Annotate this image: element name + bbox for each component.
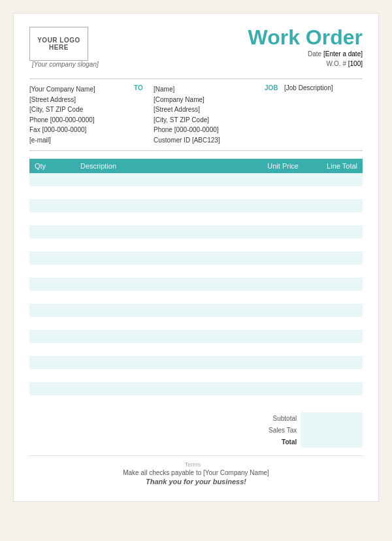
totals-table: Subtotal Sales Tax Total	[232, 412, 363, 448]
subtotal-label: Subtotal	[232, 412, 301, 424]
from-street: [Street Address]	[29, 95, 134, 105]
cell-row16-col0	[29, 382, 75, 395]
company-slogan: [Your company slogan]	[32, 61, 99, 68]
from-column: [Your Company Name] [Street Address] [Ci…	[29, 84, 134, 145]
table-row	[29, 369, 363, 382]
cell-row15-col0	[29, 369, 75, 382]
job-label: JOB	[265, 84, 284, 145]
cell-row11-col1	[75, 317, 238, 330]
salestax-label: Sales Tax	[232, 424, 301, 436]
cell-row9-col2	[238, 291, 304, 304]
cell-row12-col0	[29, 330, 75, 343]
cell-row5-col3	[304, 238, 363, 252]
cell-row17-col0	[29, 395, 75, 408]
table-row	[29, 330, 363, 343]
cell-row8-col0	[29, 278, 75, 291]
table-row	[29, 395, 363, 408]
cell-row0-col3	[304, 173, 363, 186]
cell-row14-col0	[29, 356, 75, 369]
cell-row5-col1	[75, 238, 238, 252]
cell-row11-col3	[304, 317, 363, 330]
wo-line: W.O. # [100]	[248, 60, 363, 67]
to-name: [Name]	[154, 84, 265, 95]
table-row	[29, 304, 363, 317]
table-row	[29, 199, 363, 212]
cell-row8-col3	[304, 278, 363, 291]
from-email: [e-mail]	[29, 135, 134, 146]
cell-row17-col2	[238, 395, 304, 408]
cell-row9-col1	[75, 291, 238, 304]
cell-row4-col3	[304, 225, 363, 238]
cell-row1-col2	[238, 186, 304, 199]
to-customer-id: Customer ID [ABC123]	[154, 135, 265, 146]
table-row	[29, 278, 363, 291]
terms-text: Terms	[29, 461, 363, 468]
cell-row15-col3	[304, 369, 363, 382]
cell-row4-col2	[238, 225, 304, 238]
work-order-page: YOUR LOGO HERE [Your company slogan] Wor…	[13, 13, 379, 502]
cell-row11-col2	[238, 317, 304, 330]
cell-row0-col0	[29, 173, 75, 186]
from-company: [Your Company Name]	[29, 84, 134, 95]
to-phone: Phone [000-000-0000]	[154, 125, 265, 135]
cell-row7-col1	[75, 265, 238, 278]
wo-value: [100]	[348, 60, 363, 67]
cell-row8-col1	[75, 278, 238, 291]
cell-row7-col3	[304, 265, 363, 278]
totals-section: Subtotal Sales Tax Total	[29, 412, 363, 448]
thankyou-text: Thank you for your business!	[29, 478, 363, 485]
total-label: Total	[232, 436, 301, 448]
table-row	[29, 186, 363, 199]
cell-row9-col0	[29, 291, 75, 304]
salestax-row: Sales Tax	[232, 424, 363, 436]
cell-row17-col1	[75, 395, 238, 408]
to-street: [Street Address]	[154, 105, 265, 115]
cell-row13-col3	[304, 343, 363, 356]
line-items-table: Qty Description Unit Price Line Total	[29, 159, 363, 408]
footer: Terms Make all checks payable to [Your C…	[29, 455, 363, 485]
cell-row14-col1	[75, 356, 238, 369]
cell-row11-col0	[29, 317, 75, 330]
from-phone: Phone [000-000-0000]	[29, 115, 134, 125]
cell-row10-col2	[238, 304, 304, 317]
date-value: [Enter a date]	[323, 50, 363, 57]
cell-row4-col0	[29, 225, 75, 238]
cell-row17-col3	[304, 395, 363, 408]
cell-row6-col2	[238, 252, 304, 265]
info-section: [Your Company Name] [Street Address] [Ci…	[29, 78, 363, 151]
page-title: Work Order	[248, 27, 363, 48]
header: YOUR LOGO HERE [Your company slogan] Wor…	[29, 27, 363, 74]
cell-row3-col1	[75, 212, 238, 225]
cell-row0-col2	[238, 173, 304, 186]
table-row	[29, 382, 363, 395]
table-row	[29, 212, 363, 225]
date-line: Date [Enter a date]	[248, 50, 363, 57]
cell-row10-col1	[75, 304, 238, 317]
cell-row6-col0	[29, 252, 75, 265]
payable-text: Make all checks payable to [Your Company…	[29, 469, 363, 476]
table-row	[29, 238, 363, 252]
cell-row15-col2	[238, 369, 304, 382]
logo-text: YOUR LOGO HERE	[30, 37, 88, 51]
to-column: [Name] [Company Name] [Street Address] […	[154, 84, 265, 145]
cell-row12-col1	[75, 330, 238, 343]
logo-box: YOUR LOGO HERE	[29, 27, 88, 61]
cell-row6-col3	[304, 252, 363, 265]
to-label: TO	[134, 84, 154, 145]
table-row	[29, 252, 363, 265]
table-row	[29, 225, 363, 238]
cell-row1-col0	[29, 186, 75, 199]
to-city: [City, ST ZIP Code]	[154, 115, 265, 125]
cell-row14-col2	[238, 356, 304, 369]
wo-label: W.O. #	[326, 60, 346, 67]
table-row	[29, 317, 363, 330]
table-row	[29, 173, 363, 186]
col-header-unit: Unit Price	[238, 159, 304, 173]
cell-row10-col3	[304, 304, 363, 317]
cell-row3-col0	[29, 212, 75, 225]
from-fax: Fax [000-000-0000]	[29, 125, 134, 135]
job-description: [Job Description]	[284, 84, 363, 145]
cell-row2-col0	[29, 199, 75, 212]
cell-row8-col2	[238, 278, 304, 291]
cell-row4-col1	[75, 225, 238, 238]
